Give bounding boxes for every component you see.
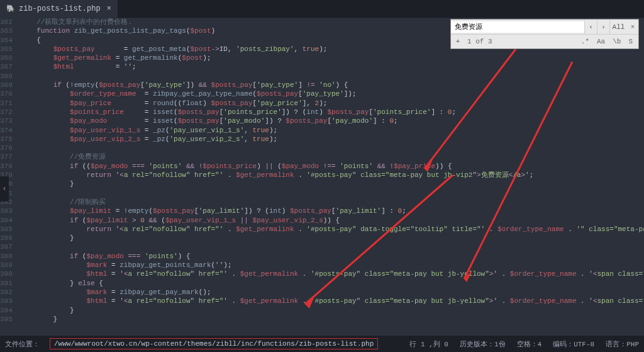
code-line[interactable]: } [20, 306, 644, 315]
code-line[interactable]: $mark = zibpay_get_pay_mark(); [20, 288, 644, 297]
status-spaces[interactable]: 空格：4 [517, 339, 542, 349]
file-tab[interactable]: 🐘 zib-posts-list.php × [0, 0, 118, 18]
search-prev-button[interactable]: ‹ [584, 20, 597, 34]
code-line[interactable]: } [20, 234, 644, 242]
status-encoding[interactable]: 编码：UTF-8 [553, 339, 594, 349]
code-line[interactable]: if ($pay_modo === 'points') { [20, 252, 644, 261]
code-line[interactable]: $html = '<a rel="nofollow" href="' . $ge… [20, 270, 644, 278]
code-editor[interactable]: 3623633643653663673683693703713723733743… [0, 18, 644, 336]
status-line-col: 行 1 ,列 0 [409, 339, 448, 349]
code-line[interactable]: $pay_price = round((float) $posts_pay['p… [20, 99, 644, 108]
search-result-count: 1 of 3 [465, 38, 578, 45]
tab-filename: zib-posts-list.php [19, 4, 101, 13]
search-opt-regex[interactable]: .* [578, 37, 592, 47]
search-next-button[interactable]: › [597, 20, 609, 34]
code-line[interactable]: $pay_modo = isset($posts_pay['pay_modo']… [20, 116, 644, 125]
search-panel: ‹ › All × + 1 of 3 .* Aa \b S [450, 19, 639, 49]
code-area[interactable]: //获取文章列表中的付费价格. function zib_get_posts_l… [18, 18, 644, 336]
code-line[interactable] [20, 72, 644, 81]
status-history[interactable]: 历史版本：1份 [460, 339, 506, 349]
path-label: 文件位置： [5, 339, 40, 349]
search-close-icon[interactable]: × [627, 23, 638, 31]
code-line[interactable]: if (($pay_modo === 'points' && !$points_… [20, 162, 644, 171]
code-line[interactable]: } [20, 179, 644, 188]
code-line[interactable]: $pay_user_vip_1_s = _pz('pay_user_vip_1_… [20, 126, 644, 135]
search-all-button[interactable]: All [609, 20, 627, 34]
php-icon: 🐘 [6, 4, 15, 13]
code-line[interactable]: return '<a rel="nofollow" href="' . $get… [20, 171, 644, 179]
panel-expand-handle[interactable]: ‹ [0, 176, 9, 202]
code-line[interactable]: $pay_user_vip_2_s = _pz('pay_user_vip_2_… [20, 135, 644, 144]
code-line[interactable]: //免费资源 [20, 152, 644, 161]
code-line[interactable]: $mark = zibpay_get_points_mark(''); [20, 261, 644, 270]
search-opt-word[interactable]: \b [609, 37, 624, 47]
code-line[interactable]: $order_type_name = zibpay_get_pay_type_n… [20, 89, 644, 98]
code-line[interactable]: if (!empty($posts_pay['pay_type']) && $p… [20, 81, 644, 89]
status-bar: 文件位置： /www/wwwroot/xtwo.cn/wp-content/th… [0, 336, 644, 352]
search-input[interactable] [451, 21, 584, 33]
code-line[interactable]: return '<a rel="nofollow" href="' . $get… [20, 225, 644, 234]
code-line[interactable]: $html = ''; [20, 62, 644, 71]
code-line[interactable] [20, 242, 644, 251]
search-expand-button[interactable]: + [451, 38, 465, 45]
code-line[interactable]: $points_price = isset($posts_pay['points… [20, 108, 644, 116]
code-line[interactable]: $pay_limit = !empty($posts_pay['pay_limi… [20, 207, 644, 215]
code-line[interactable]: if ($pay_limit > 0 && ($pay_user_vip_1_s… [20, 216, 644, 225]
code-line[interactable] [20, 144, 644, 152]
code-line[interactable]: } else { [20, 279, 644, 288]
tab-close-icon[interactable]: × [107, 4, 111, 13]
code-line[interactable]: //限制购买 [20, 198, 644, 207]
tab-bar: 🐘 zib-posts-list.php × [0, 0, 644, 18]
code-line[interactable]: $get_permalink = get_permalink($post); [20, 54, 644, 62]
status-language[interactable]: 语言：PHP [606, 339, 639, 349]
file-path: /www/wwwroot/xtwo.cn/wp-content/themes/z… [50, 338, 378, 349]
code-line[interactable]: } [20, 315, 644, 324]
code-line[interactable]: $html = '<a rel="nofollow" href="' . $ge… [20, 297, 644, 305]
search-opt-case[interactable]: Aa [594, 37, 608, 47]
search-opt-selection[interactable]: S [625, 37, 636, 47]
code-line[interactable] [20, 189, 644, 198]
